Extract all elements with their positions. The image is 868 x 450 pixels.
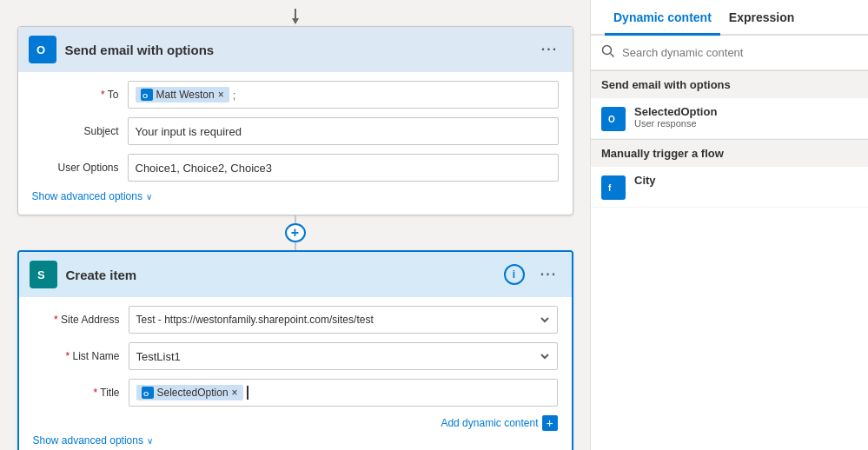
to-field-row: * To O Matt Weston × ; (32, 81, 559, 109)
send-email-card: O Send email with options ··· * To O Mat… (17, 26, 573, 215)
right-panel: Dynamic content Expression Send email wi… (590, 0, 868, 450)
send-email-menu-button[interactable]: ··· (538, 37, 562, 62)
to-label: * To (32, 89, 119, 101)
user-options-field-row: User Options Choice1, Choice2, Choice3 (32, 154, 559, 182)
tab-expression[interactable]: Expression (720, 0, 803, 36)
add-dynamic-content-row: Add dynamic content + (33, 415, 558, 431)
add-step-button[interactable]: + (285, 223, 306, 242)
svg-text:O: O (143, 390, 149, 397)
panel-item-selected-option[interactable]: O SelectedOption User response (591, 98, 868, 139)
chevron-down-icon: ∨ (146, 192, 152, 202)
svg-text:O: O (608, 115, 615, 124)
panel-search-row (591, 36, 868, 70)
section-send-email: Send email with options (591, 70, 868, 98)
svg-text:O: O (142, 92, 148, 99)
title-field-row: * Title O SelectedOption × (33, 379, 558, 407)
site-address-field-row: * Site Address Test - https://westonfami… (33, 306, 558, 334)
dropdown-chevron-icon (540, 314, 550, 325)
subject-input[interactable]: Your input is required (128, 117, 559, 145)
list-name-input[interactable]: TestList1 (129, 342, 558, 370)
create-item-card: S Create item i ··· * Site Address Test … (17, 250, 573, 450)
outlook-icon: O (29, 36, 56, 63)
search-input[interactable] (622, 46, 858, 59)
list-name-label: * List Name (33, 350, 120, 362)
remove-matt-weston[interactable]: × (218, 89, 224, 101)
city-text: City (634, 174, 656, 187)
subject-field-row: Subject Your input is required (32, 117, 559, 145)
svg-text:O: O (36, 43, 45, 56)
create-item-menu-button[interactable]: ··· (537, 262, 561, 287)
add-dynamic-icon[interactable]: + (542, 415, 558, 431)
selected-option-text: SelectedOption User response (634, 105, 717, 129)
send-email-show-advanced[interactable]: Show advanced options ∨ (32, 190, 559, 202)
panel-tabs: Dynamic content Expression (591, 0, 868, 36)
user-options-input[interactable]: Choice1, Choice2, Choice3 (128, 154, 559, 182)
title-input[interactable]: O SelectedOption × (129, 379, 558, 407)
info-button[interactable]: i (504, 264, 525, 285)
panel-body: Send email with options O SelectedOption… (591, 70, 868, 450)
create-item-body: * Site Address Test - https://westonfami… (19, 297, 572, 450)
create-item-show-advanced[interactable]: Show advanced options ∨ (33, 434, 558, 447)
panel-item-city[interactable]: f City (591, 167, 868, 208)
remove-selected-option[interactable]: × (232, 387, 238, 399)
to-input[interactable]: O Matt Weston × ; (128, 81, 559, 109)
user-options-label: User Options (32, 162, 119, 174)
send-email-header: O Send email with options ··· (18, 27, 573, 72)
svg-marker-1 (292, 18, 299, 24)
send-email-body: * To O Matt Weston × ; Subject Your inpu… (18, 72, 573, 215)
svg-point-8 (603, 46, 612, 55)
svg-text:S: S (37, 268, 45, 281)
tab-dynamic-content[interactable]: Dynamic content (605, 0, 720, 36)
send-email-title: Send email with options (65, 43, 529, 57)
selected-option-tag: O SelectedOption × (136, 385, 243, 400)
info-icon: i (513, 268, 515, 281)
section-manually-trigger: Manually trigger a flow (591, 139, 868, 167)
search-icon (601, 44, 615, 61)
list-name-field-row: * List Name TestList1 (33, 342, 558, 370)
svg-line-9 (611, 54, 614, 57)
create-item-header: S Create item i ··· (19, 252, 572, 297)
title-label: * Title (33, 387, 120, 399)
add-step-connector: + (285, 215, 306, 250)
list-dropdown-chevron-icon (540, 351, 550, 361)
dots-icon: ··· (541, 42, 558, 57)
site-address-label: * Site Address (33, 314, 120, 326)
selected-option-icon: O (601, 107, 626, 131)
matt-weston-tag: O Matt Weston × (136, 87, 229, 103)
chevron-down-icon-2: ∨ (147, 436, 153, 446)
sharepoint-icon: S (30, 261, 57, 288)
add-dynamic-label[interactable]: Add dynamic content (441, 417, 538, 429)
text-cursor (247, 386, 252, 400)
city-icon: f (601, 175, 626, 200)
subject-label: Subject (32, 125, 119, 137)
create-item-title: Create item (66, 268, 495, 282)
top-connector-arrow (290, 9, 301, 26)
dots-icon: ··· (540, 267, 557, 282)
flow-canvas: O Send email with options ··· * To O Mat… (0, 0, 590, 450)
site-address-input[interactable]: Test - https://westonfamily.sharepoint.c… (129, 306, 558, 334)
